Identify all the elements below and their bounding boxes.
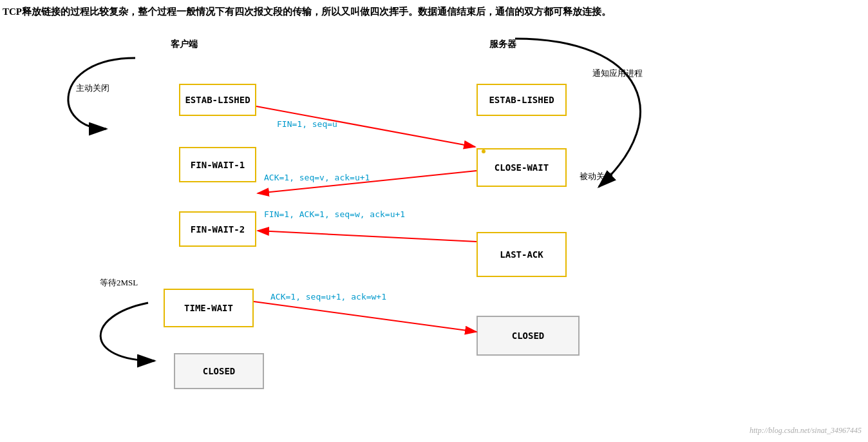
dot-indicator — [482, 149, 486, 153]
msg3-label: FIN=1, ACK=1, seq=w, ack=u+1 — [264, 209, 405, 219]
watermark: http://blog.csdn.net/sinat_34967445 — [750, 426, 862, 436]
svg-line-4 — [258, 231, 476, 242]
msg2-label: ACK=1, seq=v, ack=u+1 — [264, 173, 370, 182]
page-title: TCP释放链接的过程比较复杂，整个过程一般情况下有四次报文段的传输，所以又叫做四… — [3, 5, 611, 19]
client-closed-box: CLOSED — [174, 353, 264, 389]
msg4-label: ACK=1, seq=u+1, ack=w+1 — [270, 292, 386, 302]
server-label: 服务器 — [489, 39, 516, 50]
fin-wait-2-box: FIN-WAIT-2 — [179, 211, 256, 247]
active-close-label: 主动关闭 — [76, 82, 109, 94]
diagram-arrows — [0, 0, 868, 442]
server-closed-box: CLOSED — [476, 316, 580, 356]
notify-app-label: 通知应用进程 — [592, 68, 643, 79]
close-wait-box: CLOSE-WAIT — [476, 148, 567, 187]
time-wait-box: TIME-WAIT — [164, 289, 254, 327]
fin-wait-1-box: FIN-WAIT-1 — [179, 147, 256, 182]
client-label: 客户端 — [171, 39, 198, 50]
msg1-label: FIN=1, seq=u — [277, 119, 337, 129]
passive-close-label: 被动关闭 — [580, 171, 613, 182]
last-ack-box: LAST-ACK — [476, 232, 567, 277]
svg-line-5 — [254, 302, 476, 332]
wait-2msl-label: 等待2MSL — [100, 277, 138, 289]
server-established-box: ESTAB-LISHED — [476, 84, 567, 116]
client-established-box: ESTAB-LISHED — [179, 84, 256, 116]
